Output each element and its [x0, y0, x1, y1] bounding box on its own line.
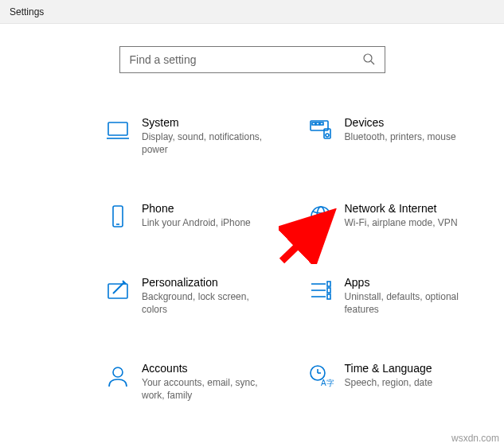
category-accounts[interactable]: Accounts Your accounts, email, sync, wor… — [99, 362, 286, 402]
system-icon — [99, 116, 137, 156]
category-desc: Display, sound, notifications, power — [142, 130, 277, 156]
category-title: Phone — [142, 202, 286, 215]
window-title: Settings — [10, 6, 44, 17]
svg-rect-2 — [108, 122, 127, 135]
window-titlebar: Settings — [0, 0, 504, 24]
category-phone[interactable]: Phone Link your Android, iPhone — [99, 202, 286, 229]
svg-rect-15 — [108, 284, 127, 298]
svg-rect-20 — [327, 288, 330, 293]
category-time-language[interactable]: A字 Time & Language Speech, region, date — [302, 362, 489, 402]
accounts-icon — [99, 362, 137, 402]
category-network[interactable]: Network & Internet Wi-Fi, airplane mode,… — [302, 202, 489, 229]
svg-point-22 — [113, 367, 123, 377]
category-desc: Speech, region, date — [345, 376, 480, 389]
settings-grid: System Display, sound, notifications, po… — [0, 116, 504, 402]
svg-rect-6 — [316, 122, 319, 125]
svg-point-9 — [326, 134, 329, 137]
category-desc: Bluetooth, printers, mouse — [345, 130, 480, 143]
phone-icon — [99, 202, 137, 229]
svg-point-0 — [364, 54, 372, 62]
svg-line-1 — [371, 61, 374, 64]
svg-rect-10 — [113, 206, 123, 227]
category-title: Accounts — [142, 362, 286, 375]
category-title: Time & Language — [345, 362, 489, 375]
category-desc: Uninstall, defaults, optional features — [345, 290, 480, 316]
apps-icon — [302, 276, 340, 316]
watermark: wsxdn.com — [451, 433, 499, 444]
category-title: Personalization — [142, 276, 286, 289]
category-desc: Your accounts, email, sync, work, family — [142, 376, 277, 402]
search-input[interactable] — [130, 53, 362, 66]
category-apps[interactable]: Apps Uninstall, defaults, optional featu… — [302, 276, 489, 316]
category-desc: Background, lock screen, colors — [142, 290, 277, 316]
devices-icon — [302, 116, 340, 156]
network-icon — [302, 202, 340, 229]
svg-rect-5 — [312, 122, 315, 125]
category-devices[interactable]: Devices Bluetooth, printers, mouse — [302, 116, 489, 156]
search-box[interactable] — [119, 46, 385, 73]
category-desc: Wi-Fi, airplane mode, VPN — [345, 216, 480, 229]
category-title: Apps — [345, 276, 489, 289]
category-title: Devices — [345, 116, 489, 129]
svg-text:A字: A字 — [321, 379, 334, 387]
search-icon — [362, 52, 375, 68]
svg-rect-21 — [327, 294, 330, 299]
time-language-icon: A字 — [302, 362, 340, 402]
category-desc: Link your Android, iPhone — [142, 216, 277, 229]
category-title: Network & Internet — [345, 202, 489, 215]
category-personalization[interactable]: Personalization Background, lock screen,… — [99, 276, 286, 316]
category-system[interactable]: System Display, sound, notifications, po… — [99, 116, 286, 156]
svg-rect-19 — [327, 282, 330, 286]
svg-rect-7 — [320, 122, 323, 125]
personalization-icon — [99, 276, 137, 316]
category-title: System — [142, 116, 286, 129]
